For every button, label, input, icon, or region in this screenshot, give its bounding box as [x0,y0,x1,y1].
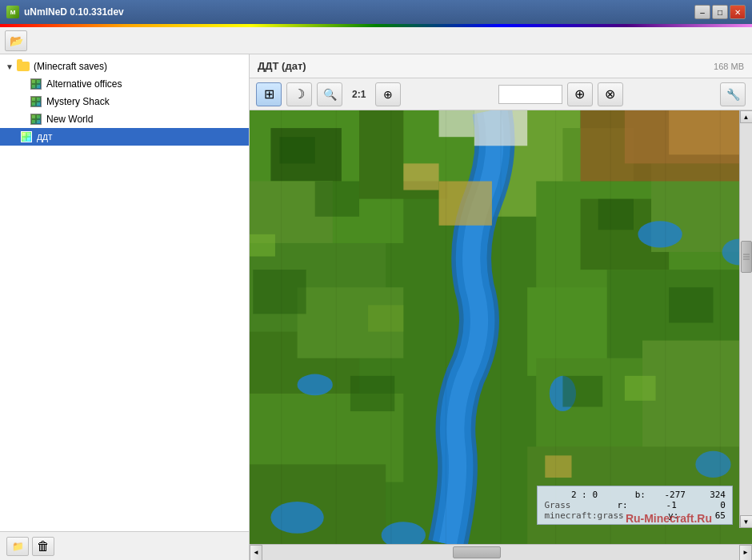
layers-button[interactable]: ⊗ [598,82,623,106]
sidebar-item-alternative-offices[interactable]: Alternative offices [0,75,249,93]
svg-rect-38 [253,270,306,314]
sidebar-item-label: Mystery Shack [46,96,110,107]
scrollbar-thumb-v[interactable] [741,241,752,273]
remove-icon: 🗑 [37,539,50,554]
svg-rect-42 [562,376,602,407]
svg-rect-36 [279,137,314,163]
zoom-out-button[interactable]: 🔍 [317,82,342,106]
map-view[interactable]: ▲ ▼ 2 : 0 [250,110,752,544]
scroll-down-button[interactable]: ▼ [740,515,753,528]
scroll-right-button[interactable]: ► [739,545,752,561]
svg-rect-45 [625,376,656,401]
biome-label: Grass [544,500,570,510]
maximize-button[interactable]: □ [712,5,728,19]
block-label: minecraft:grass [544,510,623,521]
vertical-scrollbar[interactable]: ▲ ▼ [739,110,752,528]
scrollbar-grip [743,254,750,260]
grid-toggle-button[interactable]: ⊞ [256,82,282,106]
map-icon-alt [29,77,43,91]
night-icon: ☽ [294,86,305,102]
add-world-button[interactable]: 📁 [6,537,29,556]
r-val2: 0 [702,500,726,510]
watermark: Ru-Minecraft.Ru [626,512,712,525]
b-label: b: [614,490,646,500]
map-panel: ДДТ (дат) 168 MB ⊞ ☽ 🔍 2:1 ⊕ ⊕ ⊗ [250,54,752,560]
b-val2: 324 [702,490,726,500]
map-icon-ddt [19,130,34,144]
night-mode-button[interactable]: ☽ [286,82,312,106]
sidebar-item-new-world[interactable]: New World [0,110,249,128]
svg-rect-19 [642,341,752,465]
svg-point-26 [695,451,730,478]
map-toolbar: ⊞ ☽ 🔍 2:1 ⊕ ⊕ ⊗ 🔧 [250,78,752,110]
search-input[interactable] [498,85,562,104]
scroll-up-button[interactable]: ▲ [740,110,753,123]
map-memory: 168 MB [714,62,744,71]
svg-rect-12 [250,464,386,544]
main-content: ▼ (Minecraft saves) Alternative offices … [0,54,752,560]
scrollbar-thumb-h[interactable] [453,546,501,558]
svg-rect-40 [598,199,634,230]
folder-open-icon: 📂 [10,34,23,47]
main-toolbar: 📂 [0,27,752,54]
sidebar-item-label: New World [46,114,93,125]
svg-rect-41 [669,287,713,322]
app-icon: M [6,6,19,18]
sidebar-bottom: 📁 🗑 [0,531,249,560]
scroll-left-button[interactable]: ◄ [250,545,262,561]
tree-root[interactable]: ▼ (Minecraft saves) [0,58,249,75]
zoom-out-icon: 🔍 [323,88,337,101]
scrollbar-track-v[interactable] [740,123,752,515]
map-icon-new-world [29,112,43,126]
window-controls: – □ ✕ [694,5,746,19]
app-title: uNmINeD 0.10.331dev [24,6,124,18]
svg-rect-28 [439,181,492,225]
grip-line [743,254,750,255]
file-tree: ▼ (Minecraft saves) Alternative offices … [0,54,249,531]
svg-rect-30 [545,455,571,478]
grip-line [743,257,750,258]
scrollbar-track-h[interactable] [262,545,739,560]
svg-rect-35 [439,110,474,137]
settings-button[interactable]: 🔧 [720,82,746,106]
svg-point-21 [638,221,682,247]
b-val: -277 [662,490,686,500]
svg-rect-29 [403,163,438,190]
settings-icon: 🔧 [726,88,740,101]
title-bar: M uNmINeD 0.10.331dev – □ ✕ [0,0,752,24]
r-label: r: [596,500,628,510]
map-icon-mystery [29,94,43,109]
svg-rect-44 [368,305,403,331]
sidebar-item-ddt[interactable]: ддт [0,128,249,146]
svg-rect-39 [350,376,394,411]
svg-point-23 [298,374,333,396]
sidebar-item-label: Alternative offices [46,78,122,90]
info-row-biome: Grass r: -1 0 [544,500,726,510]
sidebar-item-mystery-shack[interactable]: Mystery Shack [0,93,249,110]
expand-arrow: ▼ [3,60,16,73]
map-svg [250,110,752,544]
remove-world-button[interactable]: 🗑 [32,537,54,556]
map-title: ДДТ (дат) [258,60,306,72]
coord-label [544,490,550,500]
crosshair-icon: ⊕ [574,86,585,102]
map-header: ДДТ (дат) 168 MB [250,54,752,78]
svg-point-24 [270,502,323,534]
grip-line [743,259,750,260]
info-row-coords: 2 : 0 b: -277 324 [544,490,726,500]
horizontal-scrollbar[interactable]: ◄ ► [250,544,752,560]
zoom-in-icon: ⊕ [383,88,393,101]
sidebar-item-label: ддт [37,131,53,142]
minimize-button[interactable]: – [694,5,710,19]
title-bar-left: M uNmINeD 0.10.331dev [6,6,124,18]
svg-rect-43 [250,234,275,257]
zoom-in-button[interactable]: ⊕ [375,82,401,106]
open-folder-button[interactable]: 📂 [5,30,27,51]
tree-root-label: (Minecraft saves) [34,61,107,72]
crosshair-button[interactable]: ⊕ [567,82,593,106]
r-val: -1 [653,500,677,510]
zoom-level: 2:1 [347,89,370,100]
folder-icon [16,59,30,74]
close-button[interactable]: ✕ [730,5,746,19]
sidebar: ▼ (Minecraft saves) Alternative offices … [0,54,250,560]
